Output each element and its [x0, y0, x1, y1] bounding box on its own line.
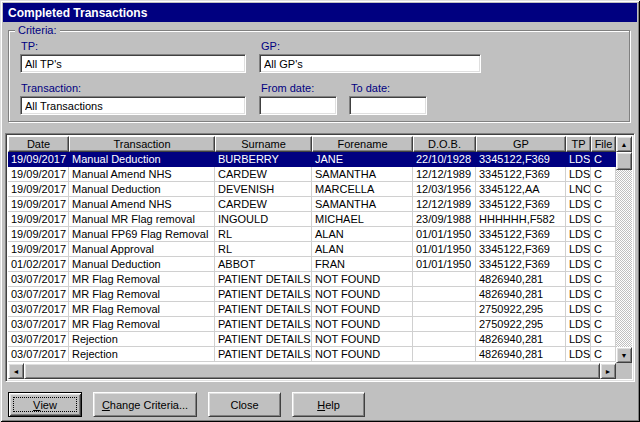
- help-button[interactable]: Help: [292, 392, 365, 417]
- table-cell: LDS: [566, 272, 591, 287]
- table-cell: 03/07/2017: [8, 302, 69, 317]
- table-cell: 4826940,281: [476, 272, 566, 287]
- table-cell: C: [591, 272, 616, 287]
- table-cell: Rejection: [69, 332, 215, 347]
- table-cell: 3345122,AA: [476, 182, 566, 197]
- transaction-input[interactable]: [20, 96, 246, 115]
- table-cell: MICHAEL: [312, 212, 413, 227]
- close-button[interactable]: Close: [208, 392, 281, 417]
- horizontal-scroll-thumb[interactable]: [24, 363, 600, 379]
- table-cell: Manual FP69 Flag Removal: [69, 227, 215, 242]
- table-cell: RL: [215, 242, 312, 257]
- column-header[interactable]: GP: [476, 136, 566, 152]
- tp-label: TP:: [21, 40, 38, 52]
- table-row[interactable]: 19/09/2017Manual MR Flag removalINGOULDM…: [8, 212, 616, 227]
- table-cell: 3345122,F369: [476, 197, 566, 212]
- transaction-label: Transaction:: [21, 82, 81, 94]
- to-date-input[interactable]: [349, 96, 427, 115]
- table-row[interactable]: 03/07/2017RejectionPATIENT DETAILSNOT FO…: [8, 332, 616, 347]
- column-header[interactable]: Forename: [312, 136, 413, 152]
- from-date-input[interactable]: [259, 96, 337, 115]
- table-row[interactable]: 03/07/2017MR Flag RemovalPATIENT DETAILS…: [8, 302, 616, 317]
- change-criteria-button[interactable]: Change Criteria...: [93, 392, 197, 417]
- table-cell: 19/09/2017: [8, 242, 69, 257]
- table-cell: 3345122,F369: [476, 227, 566, 242]
- table-cell: LNC: [566, 182, 591, 197]
- scroll-down-button[interactable]: ▼: [616, 347, 632, 363]
- table-row[interactable]: 19/09/2017Manual Amend NHSCARDEWSAMANTHA…: [8, 167, 616, 182]
- table-cell: LDS: [566, 242, 591, 257]
- table-cell: LDS: [566, 317, 591, 332]
- table-cell: Rejection: [69, 347, 215, 362]
- view-button[interactable]: View: [8, 392, 82, 417]
- to-date-label: To date:: [351, 82, 390, 94]
- table-cell: 12/12/1989: [413, 167, 476, 182]
- scroll-up-button[interactable]: ▲: [616, 136, 632, 152]
- table-cell: 19/09/2017: [8, 212, 69, 227]
- table-row[interactable]: 19/09/2017Manual FP69 Flag RemovalRLALAN…: [8, 227, 616, 242]
- table-cell: ALAN: [312, 242, 413, 257]
- tp-input[interactable]: [20, 54, 246, 73]
- table-cell: MR Flag Removal: [69, 287, 215, 302]
- vertical-scroll-track[interactable]: [616, 170, 632, 347]
- horizontal-scrollbar[interactable]: ◄ ►: [8, 363, 616, 379]
- table-cell: [413, 287, 476, 302]
- table-cell: 03/07/2017: [8, 272, 69, 287]
- table-cell: LDS: [566, 167, 591, 182]
- table-row[interactable]: 19/09/2017Manual Amend NHSCARDEWSAMANTHA…: [8, 197, 616, 212]
- column-header[interactable]: TP: [566, 136, 591, 152]
- table-row[interactable]: 19/09/2017Manual ApprovalRLALAN01/01/195…: [8, 242, 616, 257]
- table-cell: LDS: [566, 332, 591, 347]
- table-cell: PATIENT DETAILS: [215, 347, 312, 362]
- table-cell: 19/09/2017: [8, 167, 69, 182]
- table-cell: SAMANTHA: [312, 167, 413, 182]
- column-header[interactable]: Transaction: [69, 136, 215, 152]
- scroll-left-button[interactable]: ◄: [8, 363, 24, 379]
- table-cell: JANE: [312, 152, 413, 167]
- down-arrow-icon: ▼: [621, 352, 628, 359]
- table-cell: LDS: [566, 257, 591, 272]
- table-cell: 3345122,F369: [476, 257, 566, 272]
- scroll-right-button[interactable]: ►: [600, 363, 616, 379]
- table-cell: 12/03/1956: [413, 182, 476, 197]
- vertical-scrollbar[interactable]: ▲ ▼: [616, 136, 632, 363]
- table-cell: 03/07/2017: [8, 287, 69, 302]
- table-row[interactable]: 03/07/2017MR Flag RemovalPATIENT DETAILS…: [8, 317, 616, 332]
- table-row[interactable]: 19/09/2017Manual DeductionBURBERRYJANE22…: [8, 152, 616, 167]
- transactions-table: DateTransactionSurnameForenameD.O.B.GPTP…: [5, 133, 635, 382]
- title-bar[interactable]: Completed Transactions: [3, 3, 637, 22]
- table-cell: C: [591, 332, 616, 347]
- table-cell: Manual Deduction: [69, 152, 215, 167]
- table-cell: 19/09/2017: [8, 152, 69, 167]
- column-header[interactable]: Date: [8, 136, 69, 152]
- table-cell: [413, 272, 476, 287]
- table-cell: C: [591, 167, 616, 182]
- gp-input[interactable]: [259, 54, 481, 73]
- table-cell: 01/01/1950: [413, 227, 476, 242]
- from-date-label: From date:: [261, 82, 314, 94]
- table-cell: MR Flag Removal: [69, 317, 215, 332]
- table-cell: Manual MR Flag removal: [69, 212, 215, 227]
- table-row[interactable]: 03/07/2017RejectionPATIENT DETAILSNOT FO…: [8, 347, 616, 362]
- column-header[interactable]: D.O.B.: [413, 136, 476, 152]
- table-cell: 19/09/2017: [8, 182, 69, 197]
- table-cell: 4826940,281: [476, 287, 566, 302]
- table-cell: NOT FOUND: [312, 302, 413, 317]
- table-cell: LDS: [566, 152, 591, 167]
- table-cell: PATIENT DETAILS: [215, 317, 312, 332]
- table-row[interactable]: 01/02/2017Manual DeductionABBOTFRAN01/01…: [8, 257, 616, 272]
- table-cell: NOT FOUND: [312, 347, 413, 362]
- column-header[interactable]: Surname: [215, 136, 312, 152]
- table-cell: C: [591, 242, 616, 257]
- table-cell: LDS: [566, 227, 591, 242]
- table-cell: C: [591, 227, 616, 242]
- table-row[interactable]: 19/09/2017Manual DeductionDEVENISHMARCEL…: [8, 182, 616, 197]
- table-cell: C: [591, 212, 616, 227]
- table-row[interactable]: 03/07/2017MR Flag RemovalPATIENT DETAILS…: [8, 272, 616, 287]
- vertical-scroll-thumb[interactable]: [616, 152, 632, 170]
- table-cell: C: [591, 152, 616, 167]
- table-row[interactable]: 03/07/2017MR Flag RemovalPATIENT DETAILS…: [8, 287, 616, 302]
- table-cell: 2750922,295: [476, 302, 566, 317]
- table-cell: NOT FOUND: [312, 332, 413, 347]
- column-header[interactable]: File: [591, 136, 616, 152]
